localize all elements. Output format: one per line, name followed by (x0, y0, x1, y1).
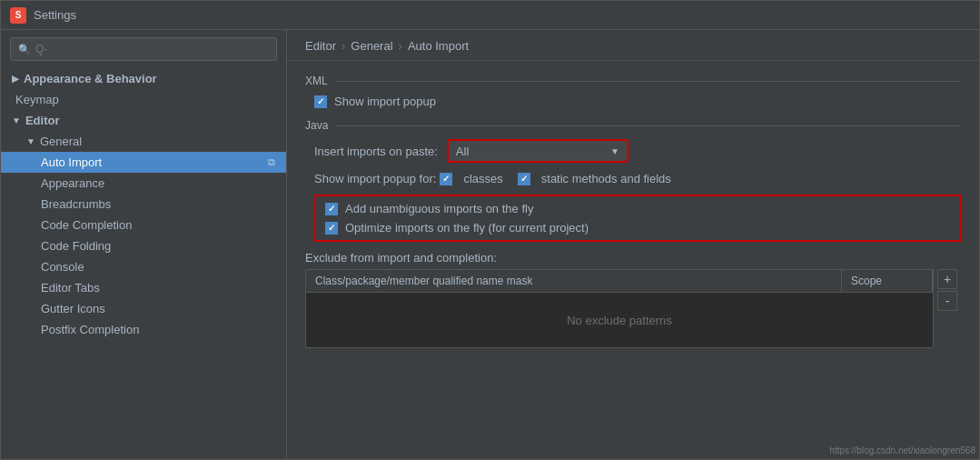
sidebar-item-general[interactable]: ▼ General (1, 131, 286, 152)
breadcrumb-general: General (351, 39, 392, 53)
sidebar-item-appearance[interactable]: Appearance (1, 173, 286, 194)
table-body: No exclude patterns (306, 293, 933, 347)
breadcrumb-editor: Editor (305, 39, 336, 53)
watermark: https://blog.csdn.net/xiaolongren568 (829, 445, 975, 455)
show-import-popup-checkbox[interactable] (314, 95, 327, 108)
sidebar: 🔍 ▶ Appearance & Behavior Keymap ▼ Edito… (1, 30, 287, 459)
expand-arrow-general-icon: ▼ (26, 136, 35, 146)
search-input[interactable] (35, 43, 269, 55)
xml-section-label: XML (305, 75, 961, 87)
classes-label: classes (463, 172, 502, 185)
window-title: Settings (34, 8, 76, 22)
content-area: 🔍 ▶ Appearance & Behavior Keymap ▼ Edito… (1, 30, 979, 459)
insert-imports-label: Insert imports on paste: (314, 145, 438, 158)
sidebar-item-postfix-completion[interactable]: Postfix Completion (1, 319, 286, 340)
expand-arrow-icon: ▶ (12, 74, 19, 84)
expand-arrow-editor-icon: ▼ (12, 115, 21, 125)
sidebar-item-code-folding[interactable]: Code Folding (1, 235, 286, 256)
java-section-label: Java (305, 119, 961, 132)
table-wrapper: Class/package/member qualified name mask… (305, 269, 934, 348)
show-import-popup-row: Show import popup (305, 95, 961, 108)
optimize-imports-checkbox[interactable] (325, 222, 338, 235)
add-unambiguous-label: Add unambiguous imports on the fly (345, 202, 533, 215)
show-import-popup-for-row: Show import popup for: classes static me… (305, 172, 961, 185)
search-box[interactable]: 🔍 (10, 37, 277, 61)
sidebar-item-gutter-icons[interactable]: Gutter Icons (1, 298, 286, 319)
app-icon: S (10, 7, 26, 24)
sidebar-item-breadcrumbs[interactable]: Breadcrumbs (1, 194, 286, 215)
sidebar-item-editor[interactable]: ▼ Editor (1, 110, 286, 131)
dropdown-arrow-icon: ▼ (610, 146, 619, 156)
optimize-imports-label: Optimize imports on the fly (for current… (345, 221, 589, 235)
add-unambiguous-row: Add unambiguous imports on the fly (325, 202, 950, 215)
exclude-label: Exclude from import and completion: (305, 251, 961, 265)
table-header-scope: Scope (842, 270, 933, 292)
insert-imports-row: Insert imports on paste: All ▼ (305, 139, 961, 163)
remove-pattern-button[interactable]: - (937, 291, 957, 311)
copy-icon: ⧉ (268, 156, 275, 168)
search-icon: 🔍 (18, 44, 31, 55)
optimize-imports-row: Optimize imports on the fly (for current… (325, 221, 950, 235)
add-unambiguous-checkbox[interactable] (325, 203, 338, 215)
show-import-popup-for-label: Show import popup for: (314, 172, 436, 185)
breadcrumb: Editor › General › Auto Import (287, 30, 979, 61)
static-methods-checkbox[interactable] (518, 173, 530, 185)
breadcrumb-sep2: › (399, 39, 402, 53)
insert-imports-value: All (456, 145, 610, 158)
show-import-popup-label: Show import popup (334, 95, 436, 108)
breadcrumb-sep1: › (342, 39, 345, 53)
insert-imports-dropdown[interactable]: All ▼ (447, 139, 629, 163)
sidebar-item-code-completion[interactable]: Code Completion (1, 215, 286, 235)
static-methods-label: static methods and fields (541, 172, 671, 185)
settings-panel: XML Show import popup Java Insert import… (287, 61, 979, 459)
java-section: Java Insert imports on paste: All ▼ Show… (305, 119, 961, 242)
table-header: Class/package/member qualified name mask… (306, 270, 933, 293)
main-panel: Editor › General › Auto Import XML Show … (287, 30, 979, 459)
settings-window: S Settings 🔍 ▶ Appearance & Behavior Key… (0, 0, 980, 460)
breadcrumb-auto-import: Auto Import (408, 39, 469, 53)
sidebar-item-appearance-behavior[interactable]: ▶ Appearance & Behavior (1, 68, 286, 89)
exclude-section: Exclude from import and completion: Clas… (305, 251, 961, 348)
exclude-table: Class/package/member qualified name mask… (305, 269, 934, 348)
highlighted-checkboxes-box: Add unambiguous imports on the fly Optim… (314, 195, 961, 242)
table-actions: + - (937, 269, 957, 311)
sidebar-item-auto-import[interactable]: Auto Import ⧉ (1, 152, 286, 173)
table-header-name: Class/package/member qualified name mask (306, 270, 842, 292)
classes-checkbox[interactable] (440, 173, 452, 185)
no-patterns-text: No exclude patterns (567, 314, 672, 327)
title-bar: S Settings (1, 1, 979, 30)
add-pattern-button[interactable]: + (937, 269, 957, 289)
sidebar-item-keymap[interactable]: Keymap (1, 89, 286, 110)
sidebar-item-editor-tabs[interactable]: Editor Tabs (1, 277, 286, 298)
sidebar-item-console[interactable]: Console (1, 256, 286, 277)
